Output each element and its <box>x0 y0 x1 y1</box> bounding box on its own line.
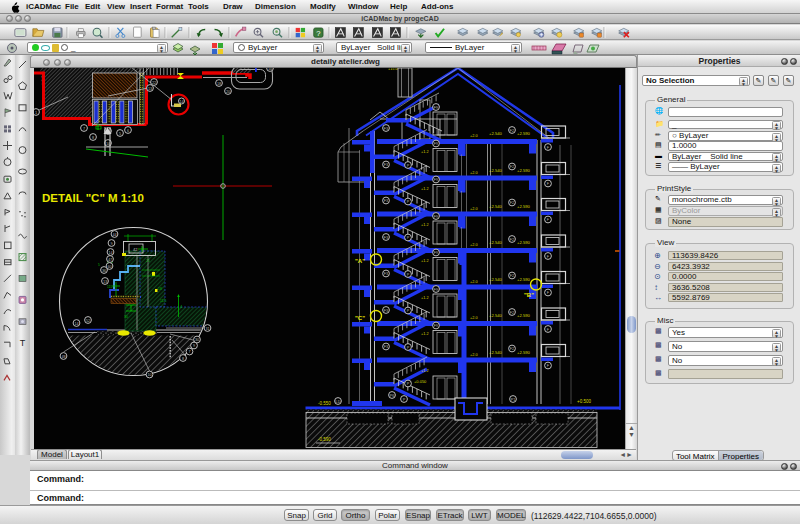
svg-text:LD: LD <box>336 400 341 404</box>
svg-text:22: 22 <box>152 81 156 85</box>
svg-text:P: P <box>407 382 410 386</box>
svg-text:52: 52 <box>86 319 90 323</box>
svg-text:13: 13 <box>148 87 152 91</box>
svg-text:+15.0: +15.0 <box>388 68 398 71</box>
svg-text:6: 6 <box>127 129 129 133</box>
svg-text:+2.0: +2.0 <box>470 353 478 357</box>
svg-text:9: 9 <box>193 344 195 348</box>
svg-text:7: 7 <box>83 127 85 131</box>
svg-text:DETAIL "C" M 1:10: DETAIL "C" M 1:10 <box>42 192 144 204</box>
svg-text:F3: F3 <box>384 309 388 313</box>
svg-text:+15.600: +15.600 <box>486 68 502 69</box>
svg-text:+2.590: +2.590 <box>517 350 531 355</box>
svg-text:+2.540: +2.540 <box>489 277 503 282</box>
svg-text:14: 14 <box>74 322 78 326</box>
svg-text:+2.590: +2.590 <box>517 277 531 282</box>
svg-text:+2.590: +2.590 <box>517 313 531 318</box>
svg-text:F3: F3 <box>384 345 388 349</box>
svg-text:P: P <box>407 200 410 204</box>
svg-text:F9: F9 <box>434 215 438 219</box>
svg-text:F3: F3 <box>384 163 388 167</box>
svg-text:F3: F3 <box>384 272 388 276</box>
svg-text:P6: P6 <box>390 394 395 398</box>
svg-text:+2.590: +2.590 <box>517 204 531 209</box>
svg-text:8: 8 <box>182 357 184 361</box>
svg-text:18: 18 <box>158 287 162 291</box>
svg-text:1: 1 <box>35 111 37 115</box>
svg-text:20: 20 <box>226 90 230 94</box>
svg-text:13: 13 <box>103 280 107 284</box>
svg-text:-0.590: -0.590 <box>318 437 331 442</box>
svg-text:+2.540: +2.540 <box>489 350 503 355</box>
svg-text:+2.540: +2.540 <box>489 313 503 318</box>
svg-text:F2: F2 <box>510 165 514 169</box>
svg-text:"A": "A" <box>355 258 365 264</box>
svg-text:+2.590: +2.590 <box>517 168 531 173</box>
svg-text:30: 30 <box>195 338 199 342</box>
svg-text:+2.540: +2.540 <box>489 131 503 136</box>
svg-text:F9: F9 <box>434 324 438 328</box>
svg-text:F9: F9 <box>434 251 438 255</box>
svg-text:5: 5 <box>98 263 100 267</box>
svg-text:47: 47 <box>108 258 112 262</box>
svg-text:7: 7 <box>188 350 190 354</box>
svg-text:F3: F3 <box>384 236 388 240</box>
svg-text:14: 14 <box>179 100 183 104</box>
svg-text:+2.0: +2.0 <box>470 316 478 320</box>
svg-text:F2: F2 <box>510 201 514 205</box>
svg-text:10: 10 <box>268 68 272 71</box>
svg-text:T: T <box>20 338 26 348</box>
svg-text:+0.500: +0.500 <box>577 399 591 404</box>
svg-text:+2.590: +2.590 <box>517 240 531 245</box>
svg-text:+1.2: +1.2 <box>421 223 429 227</box>
svg-text:+2.540: +2.540 <box>489 168 503 173</box>
svg-text:18: 18 <box>217 82 221 86</box>
svg-text:F9: F9 <box>434 178 438 182</box>
svg-text:F3: F3 <box>384 199 388 203</box>
svg-text:48: 48 <box>61 355 65 359</box>
svg-text:P: P <box>403 398 406 402</box>
svg-text:+2.0: +2.0 <box>470 243 478 247</box>
svg-text:5: 5 <box>119 132 121 136</box>
svg-text:-0.550: -0.550 <box>318 401 331 406</box>
svg-text:9: 9 <box>110 242 112 246</box>
svg-text:"C": "C" <box>355 315 365 321</box>
svg-text:+0.050: +0.050 <box>414 379 427 384</box>
svg-text:14: 14 <box>108 251 112 255</box>
svg-text:36: 36 <box>102 269 106 273</box>
svg-text:F3: F3 <box>384 127 388 131</box>
svg-text:?: ? <box>316 29 320 38</box>
svg-text:30: 30 <box>124 315 128 319</box>
svg-text:P1: P1 <box>511 398 516 402</box>
svg-text:31: 31 <box>205 327 209 331</box>
svg-text:10: 10 <box>106 142 110 146</box>
svg-text:+1.2: +1.2 <box>421 259 429 263</box>
svg-text:+1.2: +1.2 <box>421 369 429 373</box>
svg-text:+2.540: +2.540 <box>489 240 503 245</box>
svg-text:P: P <box>407 346 410 350</box>
svg-text:F9: F9 <box>434 106 438 110</box>
svg-text:F2: F2 <box>510 274 514 278</box>
svg-text:P: P <box>407 273 410 277</box>
svg-text:+2.0: +2.0 <box>470 280 478 284</box>
svg-text:F9: F9 <box>434 288 438 292</box>
svg-text:F9: F9 <box>434 142 438 146</box>
svg-text:+1.2: +1.2 <box>421 187 429 191</box>
svg-text:42: 42 <box>133 247 138 252</box>
svg-text:F2: F2 <box>510 238 514 242</box>
svg-text:P: P <box>407 309 410 313</box>
svg-text:P: P <box>407 164 410 168</box>
svg-text:10: 10 <box>147 373 151 377</box>
svg-text:44: 44 <box>112 233 116 237</box>
svg-text:+2.0: +2.0 <box>470 207 478 211</box>
svg-text:8: 8 <box>92 136 94 140</box>
svg-text:+1.2: +1.2 <box>421 332 429 336</box>
svg-text:F2: F2 <box>510 129 514 133</box>
svg-text:4: 4 <box>180 305 182 309</box>
svg-text:+2.540: +2.540 <box>489 204 503 209</box>
svg-text:11.5: 11.5 <box>160 299 166 303</box>
svg-text:+2.0: +2.0 <box>470 134 478 138</box>
svg-text:F2: F2 <box>510 347 514 351</box>
svg-text:"B": "B" <box>524 292 534 298</box>
svg-text:F2: F2 <box>510 311 514 315</box>
